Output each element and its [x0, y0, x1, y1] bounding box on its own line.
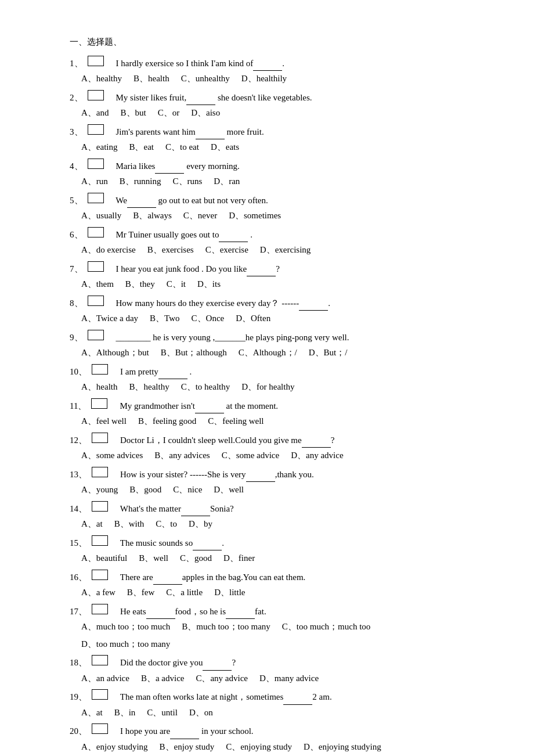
question-text: My sister likes fruit, she doesn't like … — [107, 91, 465, 106]
option-2: C、good — [180, 551, 212, 566]
fill-blank — [203, 661, 232, 671]
option-0: A、much too；too much — [81, 620, 170, 635]
option-1: B、enjoy study — [160, 740, 215, 755]
option-1: B、feeling good — [138, 414, 196, 429]
option-3: D、by — [189, 517, 212, 532]
question-line: 11、 My grandmother isn't at the moment. — [70, 398, 464, 414]
option-3: D、any advice — [291, 448, 343, 463]
question-number: 13、 — [70, 467, 87, 483]
fill-blank — [158, 370, 187, 379]
option-1: B、good — [129, 483, 161, 498]
question-line: 4、 Maria likes every morning. — [70, 159, 464, 174]
question-text: The music sounds so. — [111, 536, 464, 551]
question-text: There areapples in the bag.You can eat t… — [111, 570, 464, 585]
fill-blank — [193, 541, 222, 550]
fill-blank — [196, 130, 225, 139]
option-0: A、beautiful — [81, 551, 127, 566]
question-number: 16、 — [70, 570, 87, 585]
option-2: C、to eat — [165, 140, 199, 155]
answer-bracket — [92, 604, 108, 614]
fill-blank — [247, 267, 276, 276]
question-text: We go out to eat but not very often. — [107, 193, 465, 208]
options-line: A、feel wellB、feeling goodC、feeling well — [70, 414, 464, 429]
option-2: C、nice — [173, 483, 202, 498]
answer-bracket — [92, 535, 108, 546]
question-block: 13、 How is your sister? ------She is ver… — [70, 467, 464, 498]
options-line: A、youngB、goodC、niceD、well — [70, 483, 464, 498]
answer-bracket — [92, 689, 108, 700]
question-text: I hardly exersice so I think I'am kind o… — [107, 56, 465, 71]
option-2: C、never — [183, 208, 217, 224]
options-line: A、eatingB、eatC、to eatD、eats — [70, 140, 464, 155]
answer-bracket — [92, 467, 108, 477]
question-line: 6、 Mr Tuiner usually goes out to . — [70, 227, 464, 243]
options-line: A、Twice a dayB、TwoC、OnceD、Often — [70, 311, 464, 326]
option-1: B、much too；too many — [182, 620, 270, 635]
options-line: A、atB、withC、toD、by — [70, 517, 464, 532]
option-3: D、But；/ — [309, 345, 348, 361]
option-3: D、exercising — [260, 243, 311, 258]
option-0: A、at — [81, 705, 103, 721]
question-block: 19、 The man often works late at night，so… — [70, 689, 464, 720]
fill-blank — [186, 96, 215, 105]
question-text: He eatsfood，so he isfat. — [111, 604, 464, 620]
option-3: D、sometimes — [229, 208, 281, 224]
option-2: C、Although；/ — [239, 345, 297, 361]
question-block: 17、 He eatsfood，so he isfat.A、much too；t… — [70, 604, 464, 652]
question-number: 1、 — [70, 56, 83, 71]
option-1: B、eat — [129, 140, 154, 155]
option-1: B、any advices — [154, 448, 210, 463]
answer-bracket — [88, 330, 104, 340]
option-3: D、for healthy — [241, 380, 294, 395]
option-1: B、healthy — [129, 380, 169, 395]
option-0: A、young — [81, 483, 118, 498]
answer-bracket — [92, 723, 108, 734]
question-block: 4、 Maria likes every morning.A、runB、runn… — [70, 159, 464, 189]
option-1: B、But；although — [161, 345, 227, 361]
question-number: 20、 — [70, 724, 87, 739]
fill-blank — [246, 473, 275, 482]
question-block: 14、 What's the matterSonia?A、atB、withC、t… — [70, 501, 464, 532]
question-text: Mr Tuiner usually goes out to . — [107, 228, 465, 243]
fill-blank — [181, 507, 210, 516]
fill-blank — [219, 233, 248, 242]
options-line: A、much too；too muchB、much too；too manyC、… — [70, 620, 464, 651]
question-line: 13、 How is your sister? ------She is ver… — [70, 467, 464, 483]
option-1: B、they — [125, 277, 155, 292]
question-line: 17、 He eatsfood，so he isfat. — [70, 604, 464, 620]
question-number: 12、 — [70, 433, 87, 448]
fill-blank — [253, 62, 282, 71]
answer-bracket — [91, 398, 107, 409]
question-text: Doctor Li，I couldn't sleep well.Could yo… — [111, 433, 464, 448]
option-0: A、healthy — [81, 71, 122, 87]
option-3: D、well — [214, 483, 244, 498]
options-line: A、usuallyB、alwaysC、neverD、sometimes — [70, 208, 464, 224]
question-block: 9、 ________ he is very young ,_______he … — [70, 330, 464, 361]
option-1: B、Two — [150, 311, 179, 326]
option-3: D、many advice — [259, 671, 319, 686]
option-0: A、an advice — [81, 671, 129, 686]
option-0: A、Although；but — [81, 345, 149, 361]
question-number: 4、 — [70, 159, 83, 174]
question-line: 1、 I hardly exersice so I think I'am kin… — [70, 56, 464, 71]
question-line: 19、 The man often works late at night，so… — [70, 689, 464, 705]
options-line: A、atB、inC、untilD、on — [70, 705, 464, 721]
option-3: D、finer — [223, 551, 255, 566]
fill-blank — [127, 199, 156, 208]
question-number: 5、 — [70, 193, 83, 208]
option-3: D、aiso — [191, 106, 220, 121]
answer-bracket — [88, 124, 104, 135]
option-0: A、eating — [81, 140, 117, 155]
question-text: My grandmother isn't at the moment. — [111, 399, 464, 414]
question-line: 12、 Doctor Li，I couldn't sleep well.Coul… — [70, 433, 464, 448]
options-line: A、some advicesB、any advicesC、some advice… — [70, 448, 464, 463]
option-1: B、a advice — [141, 671, 185, 686]
question-text: The man often works late at night，someti… — [111, 690, 464, 705]
option-3: D、its — [197, 277, 221, 292]
question-line: 7、 I hear you eat junk food . Do you lik… — [70, 261, 464, 277]
fill-blank — [146, 610, 175, 619]
answer-bracket — [92, 364, 108, 375]
option-0: A、run — [81, 174, 108, 189]
question-line: 5、 We go out to eat but not very often. — [70, 193, 464, 208]
option-2: C、to — [156, 517, 177, 532]
